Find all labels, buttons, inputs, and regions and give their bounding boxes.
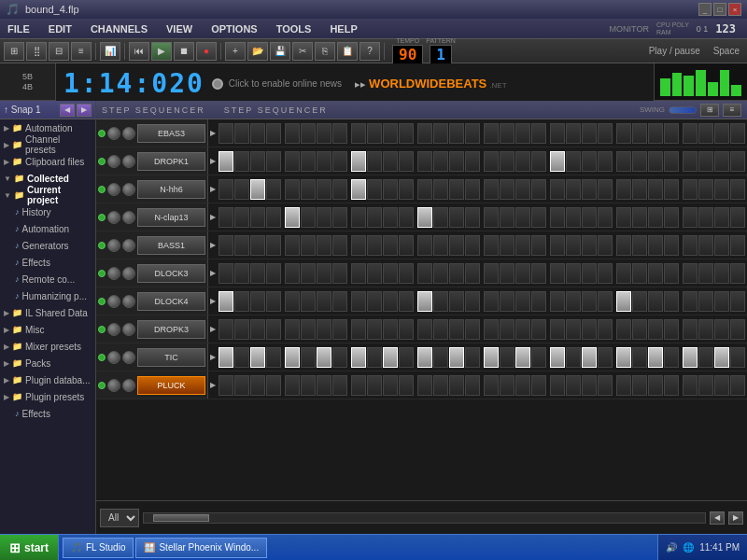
track-name-btn-dlock4[interactable]: DLOCK4 bbox=[137, 292, 205, 311]
step-3-3[interactable] bbox=[266, 207, 281, 228]
step-0-28[interactable] bbox=[683, 123, 698, 144]
step-6-17[interactable] bbox=[500, 291, 514, 312]
step-7-21[interactable] bbox=[566, 319, 581, 340]
step-0-12[interactable] bbox=[417, 123, 432, 144]
track-knob2-3[interactable] bbox=[122, 211, 135, 224]
step-4-0[interactable] bbox=[218, 235, 233, 256]
step-0-17[interactable] bbox=[500, 123, 514, 144]
step-7-5[interactable] bbox=[301, 319, 316, 340]
step-6-15[interactable] bbox=[465, 291, 480, 312]
step-7-30[interactable] bbox=[714, 319, 729, 340]
track-knob2-1[interactable] bbox=[122, 155, 135, 168]
close-button[interactable]: × bbox=[728, 3, 741, 16]
step-4-26[interactable] bbox=[648, 235, 663, 256]
browser-item-clipboard[interactable]: ▶📁 Clipboard files bbox=[0, 153, 95, 170]
step-4-14[interactable] bbox=[449, 235, 464, 256]
step-4-31[interactable] bbox=[730, 235, 745, 256]
step-2-12[interactable] bbox=[417, 179, 432, 200]
all-select[interactable]: All bbox=[100, 509, 139, 527]
step-1-13[interactable] bbox=[433, 151, 448, 172]
step-0-13[interactable] bbox=[433, 123, 448, 144]
step-9-7[interactable] bbox=[332, 375, 347, 396]
step-3-29[interactable] bbox=[698, 207, 713, 228]
step-7-8[interactable] bbox=[351, 319, 366, 340]
step-2-24[interactable] bbox=[616, 179, 631, 200]
step-2-6[interactable] bbox=[317, 179, 331, 200]
step-3-26[interactable] bbox=[648, 207, 663, 228]
step-9-1[interactable] bbox=[234, 375, 249, 396]
step-7-2[interactable] bbox=[250, 319, 265, 340]
step-0-1[interactable] bbox=[234, 123, 249, 144]
step-5-16[interactable] bbox=[484, 263, 499, 284]
step-7-10[interactable] bbox=[383, 319, 398, 340]
step-3-18[interactable] bbox=[515, 207, 530, 228]
step-0-22[interactable] bbox=[582, 123, 597, 144]
browser-item-history[interactable]: ♪ History bbox=[0, 203, 95, 220]
step-0-9[interactable] bbox=[367, 123, 382, 144]
horizontal-scrollbar[interactable] bbox=[143, 512, 706, 524]
step-1-19[interactable] bbox=[531, 151, 546, 172]
step-3-17[interactable] bbox=[500, 207, 514, 228]
step-5-20[interactable] bbox=[550, 263, 565, 284]
browser-item-automation-sub[interactable]: ♪ Automation bbox=[0, 220, 95, 237]
toolbar-btn-5[interactable]: 📊 bbox=[100, 42, 120, 61]
browser-item-plugin-db[interactable]: ▶📁 Plugin databa... bbox=[0, 371, 95, 388]
step-1-30[interactable] bbox=[714, 151, 729, 172]
track-knob1-8[interactable] bbox=[107, 351, 120, 364]
track-knob2-8[interactable] bbox=[122, 351, 135, 364]
step-0-19[interactable] bbox=[531, 123, 546, 144]
track-led-4[interactable] bbox=[98, 242, 106, 249]
menu-edit[interactable]: EDIT bbox=[45, 21, 76, 36]
step-3-0[interactable] bbox=[218, 207, 233, 228]
scroll-right-btn[interactable]: ▶ bbox=[728, 511, 743, 525]
track-knob2-9[interactable] bbox=[122, 379, 135, 392]
step-9-6[interactable] bbox=[317, 375, 331, 396]
seq-grid-btn1[interactable]: ⊞ bbox=[700, 104, 719, 117]
step-0-3[interactable] bbox=[266, 123, 281, 144]
step-9-19[interactable] bbox=[531, 375, 546, 396]
step-4-10[interactable] bbox=[383, 235, 398, 256]
step-0-5[interactable] bbox=[301, 123, 316, 144]
step-6-9[interactable] bbox=[367, 291, 382, 312]
step-2-23[interactable] bbox=[598, 179, 613, 200]
step-6-31[interactable] bbox=[730, 291, 745, 312]
step-1-9[interactable] bbox=[367, 151, 382, 172]
toolbar-btn-1[interactable]: ⊞ bbox=[4, 42, 24, 61]
step-1-25[interactable] bbox=[632, 151, 647, 172]
step-8-24[interactable] bbox=[616, 347, 631, 368]
step-7-20[interactable] bbox=[550, 319, 565, 340]
step-1-5[interactable] bbox=[301, 151, 316, 172]
scroll-left-btn[interactable]: ◀ bbox=[710, 511, 725, 525]
step-2-18[interactable] bbox=[515, 179, 530, 200]
step-2-15[interactable] bbox=[465, 179, 480, 200]
step-3-23[interactable] bbox=[598, 207, 613, 228]
step-7-28[interactable] bbox=[683, 319, 698, 340]
step-5-6[interactable] bbox=[317, 263, 331, 284]
step-2-31[interactable] bbox=[730, 179, 745, 200]
step-3-20[interactable] bbox=[550, 207, 565, 228]
menu-tools[interactable]: TOOLS bbox=[273, 21, 316, 36]
track-led-7[interactable] bbox=[98, 326, 106, 333]
toolbar-save[interactable]: 💾 bbox=[270, 42, 290, 61]
step-5-4[interactable] bbox=[285, 263, 300, 284]
track-name-btn-dlock3[interactable]: DLOCK3 bbox=[137, 264, 205, 283]
step-2-3[interactable] bbox=[266, 179, 281, 200]
step-9-17[interactable] bbox=[500, 375, 514, 396]
step-6-23[interactable] bbox=[598, 291, 613, 312]
toolbar-copy[interactable]: ⎘ bbox=[315, 42, 335, 61]
step-0-31[interactable] bbox=[730, 123, 745, 144]
step-7-3[interactable] bbox=[266, 319, 281, 340]
step-4-21[interactable] bbox=[566, 235, 581, 256]
step-7-29[interactable] bbox=[698, 319, 713, 340]
step-6-16[interactable] bbox=[484, 291, 499, 312]
step-6-29[interactable] bbox=[698, 291, 713, 312]
browser-item-effects-sub[interactable]: ♪ Effects bbox=[0, 405, 95, 422]
step-9-26[interactable] bbox=[648, 375, 663, 396]
step-6-2[interactable] bbox=[250, 291, 265, 312]
step-6-4[interactable] bbox=[285, 291, 300, 312]
step-5-0[interactable] bbox=[218, 263, 233, 284]
track-knob2-5[interactable] bbox=[122, 267, 135, 280]
step-2-14[interactable] bbox=[449, 179, 464, 200]
step-6-25[interactable] bbox=[632, 291, 647, 312]
step-3-24[interactable] bbox=[616, 207, 631, 228]
